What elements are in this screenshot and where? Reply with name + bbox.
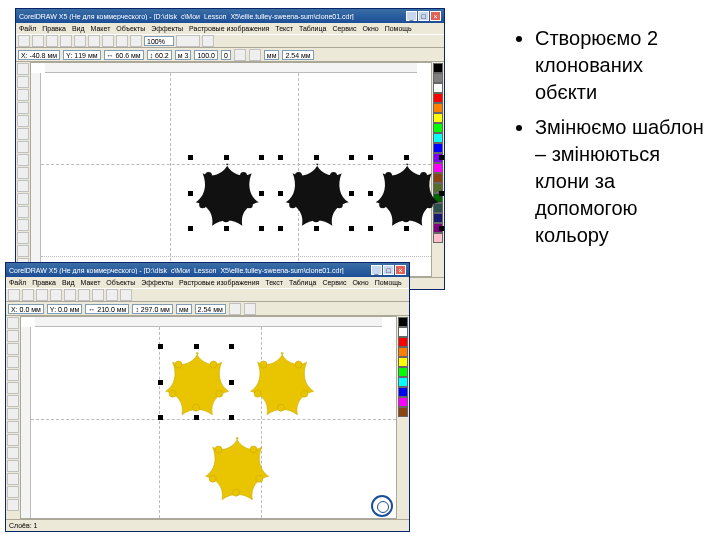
canvas[interactable]: [41, 73, 431, 276]
height-field[interactable]: ↕ 297.0 мм: [132, 304, 173, 314]
table-tool-icon[interactable]: [17, 193, 29, 205]
snap-dropdown[interactable]: [176, 35, 200, 47]
width-field[interactable]: ↔ 60.6 мм: [104, 50, 144, 60]
options-icon[interactable]: [202, 35, 214, 47]
menu-effects[interactable]: Эффекты: [141, 279, 173, 286]
menu-file[interactable]: Файл: [9, 279, 26, 286]
menu-view[interactable]: Вид: [72, 25, 85, 32]
redo-icon[interactable]: [120, 289, 132, 301]
menu-objects[interactable]: Объекты: [106, 279, 135, 286]
pick-tool-icon[interactable]: [7, 317, 19, 329]
units-field[interactable]: мм: [264, 50, 280, 60]
cut-icon[interactable]: [64, 289, 76, 301]
zoom-field[interactable]: 100%: [144, 36, 174, 46]
swatch[interactable]: [398, 377, 408, 387]
table-tool-icon[interactable]: [7, 447, 19, 459]
shape-tool-icon[interactable]: [17, 76, 29, 88]
menu-text[interactable]: Текст: [265, 279, 283, 286]
scale-x-field[interactable]: м 3: [175, 50, 192, 60]
menu-objects[interactable]: Объекты: [116, 25, 145, 32]
menu-edit[interactable]: Правка: [42, 25, 66, 32]
nudge-field[interactable]: 2.54 мм: [282, 50, 313, 60]
landscape-icon[interactable]: [244, 303, 256, 315]
new-icon[interactable]: [8, 289, 20, 301]
interactive-tool-icon[interactable]: [7, 460, 19, 472]
open-icon[interactable]: [22, 289, 34, 301]
smartfill-tool-icon[interactable]: [17, 128, 29, 140]
swatch[interactable]: [398, 347, 408, 357]
menu-view[interactable]: Вид: [62, 279, 75, 286]
rectangle-tool-icon[interactable]: [17, 141, 29, 153]
swatch[interactable]: [398, 387, 408, 397]
interactive-tool-icon[interactable]: [17, 206, 29, 218]
swatch[interactable]: [398, 327, 408, 337]
swatch[interactable]: [433, 73, 443, 83]
swatch[interactable]: [433, 133, 443, 143]
maximize-button[interactable]: □: [383, 265, 394, 275]
undo-icon[interactable]: [116, 35, 128, 47]
close-button[interactable]: ×: [395, 265, 406, 275]
canvas-area[interactable]: [30, 62, 432, 277]
crop-tool-icon[interactable]: [7, 343, 19, 355]
copy-icon[interactable]: [88, 35, 100, 47]
maximize-button[interactable]: □: [418, 11, 429, 21]
pos-y-field[interactable]: Y: 119 мм: [63, 50, 100, 60]
menu-bitmaps[interactable]: Растровые изображения: [179, 279, 259, 286]
minimize-button[interactable]: _: [371, 265, 382, 275]
menu-edit[interactable]: Правка: [32, 279, 56, 286]
swatch[interactable]: [433, 63, 443, 73]
shape-tool-icon[interactable]: [7, 330, 19, 342]
width-field[interactable]: ↔ 210.0 мм: [85, 304, 129, 314]
swatch[interactable]: [433, 123, 443, 133]
angle-field[interactable]: 0: [221, 50, 231, 60]
polygon-tool-icon[interactable]: [7, 421, 19, 433]
swatch[interactable]: [398, 317, 408, 327]
titlebar[interactable]: CorelDRAW X5 (Не для коммерческого) - [D…: [6, 263, 409, 277]
clone-object[interactable]: [161, 347, 231, 417]
redo-icon[interactable]: [130, 35, 142, 47]
swatch[interactable]: [398, 407, 408, 417]
freehand-tool-icon[interactable]: [7, 369, 19, 381]
pos-y-field[interactable]: Y: 0.0 мм: [47, 304, 82, 314]
ellipse-tool-icon[interactable]: [17, 154, 29, 166]
paste-icon[interactable]: [102, 35, 114, 47]
menu-table[interactable]: Таблица: [299, 25, 326, 32]
pick-tool-icon[interactable]: [17, 63, 29, 75]
swatch[interactable]: [398, 367, 408, 377]
swatch[interactable]: [398, 337, 408, 347]
portrait-icon[interactable]: [229, 303, 241, 315]
pos-x-field[interactable]: X: 0.0 мм: [8, 304, 44, 314]
minimize-button[interactable]: _: [406, 11, 417, 21]
open-icon[interactable]: [32, 35, 44, 47]
undo-icon[interactable]: [106, 289, 118, 301]
menu-window[interactable]: Окно: [352, 279, 368, 286]
save-icon[interactable]: [46, 35, 58, 47]
outline-tool-icon[interactable]: [7, 486, 19, 498]
titlebar[interactable]: CorelDRAW X5 (Не для коммерческого) - [D…: [16, 9, 444, 23]
menu-file[interactable]: Файл: [19, 25, 36, 32]
ellipse-tool-icon[interactable]: [7, 408, 19, 420]
canvas-area[interactable]: [20, 316, 397, 519]
clone-object[interactable]: [281, 158, 351, 228]
menu-help[interactable]: Помощь: [375, 279, 402, 286]
print-icon[interactable]: [50, 289, 62, 301]
scale-y-field[interactable]: 100.0: [194, 50, 218, 60]
swatch[interactable]: [398, 397, 408, 407]
save-icon[interactable]: [36, 289, 48, 301]
menu-layout[interactable]: Макет: [81, 279, 101, 286]
eyedropper-tool-icon[interactable]: [7, 473, 19, 485]
clone-object[interactable]: [371, 158, 441, 228]
close-button[interactable]: ×: [430, 11, 441, 21]
fill-tool-icon[interactable]: [7, 499, 19, 511]
cut-icon[interactable]: [74, 35, 86, 47]
menu-help[interactable]: Помощь: [385, 25, 412, 32]
pos-x-field[interactable]: X: -40.8 мм: [18, 50, 60, 60]
polygon-tool-icon[interactable]: [17, 167, 29, 179]
swatch[interactable]: [433, 113, 443, 123]
menu-bitmaps[interactable]: Растровые изображения: [189, 25, 269, 32]
height-field[interactable]: ↕ 60.2: [147, 50, 172, 60]
swatch[interactable]: [398, 357, 408, 367]
copy-icon[interactable]: [78, 289, 90, 301]
menu-text[interactable]: Текст: [275, 25, 293, 32]
menu-table[interactable]: Таблица: [289, 279, 316, 286]
